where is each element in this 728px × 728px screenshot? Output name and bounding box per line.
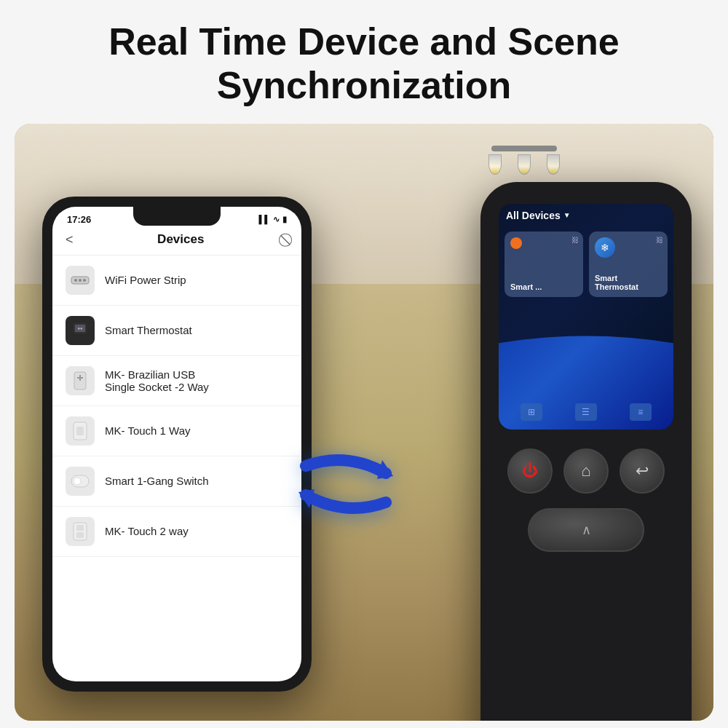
device-name-touch2: MK- Touch 2 way bbox=[105, 525, 189, 537]
device-name: WiFi Power Strip bbox=[105, 274, 186, 286]
svg-rect-11 bbox=[76, 427, 84, 435]
svg-rect-16 bbox=[76, 532, 84, 538]
device-name-socket: MK- Brazilian USBSingle Socket -2 Way bbox=[105, 368, 209, 393]
svg-point-1 bbox=[74, 279, 77, 282]
status-time: 17:26 bbox=[67, 214, 91, 225]
dpad-up[interactable]: ∧ bbox=[528, 508, 644, 552]
device-icon-socket bbox=[66, 366, 95, 395]
device-list: WiFi Power Strip ●● Smart Thermostat MK-… bbox=[52, 256, 301, 557]
svg-point-3 bbox=[83, 279, 86, 282]
list-item[interactable]: ●● Smart Thermostat bbox=[52, 306, 301, 356]
thermostat-icon: ❄ bbox=[595, 237, 615, 258]
phone-screen: 17:26 ▌▌ ∿ ▮ < Devices ⃠ WiFi bbox=[52, 207, 301, 681]
link-icon-2: ⛓ bbox=[656, 236, 663, 244]
grid-icon[interactable]: ⊞ bbox=[521, 403, 542, 421]
battery-icon: ▮ bbox=[282, 215, 287, 224]
link-icon-1: ⛓ bbox=[571, 236, 579, 244]
phone-device: 17:26 ▌▌ ∿ ▮ < Devices ⃠ WiFi bbox=[42, 197, 312, 692]
back-button[interactable]: < bbox=[66, 232, 74, 248]
device-name-thermostat: Smart Thermostat bbox=[105, 324, 192, 336]
signal-icon: ▌▌ bbox=[258, 215, 270, 223]
device-icon-touch2 bbox=[66, 517, 95, 546]
device-card-label-1: Smart ... bbox=[510, 282, 542, 291]
list-item[interactable]: MK- Brazilian USBSingle Socket -2 Way bbox=[52, 356, 301, 406]
all-devices-label: All Devices bbox=[506, 210, 561, 221]
nav-title: Devices bbox=[157, 232, 204, 247]
svg-text:●●: ●● bbox=[77, 326, 83, 331]
device-icon-wifi-strip bbox=[66, 266, 95, 295]
remote-screen-bottom-nav: ⊞ ☰ ≡ bbox=[505, 403, 668, 421]
remote-device: All Devices ▼ ⛓ Smart ... ⛓ ❄ Smart Ther… bbox=[480, 182, 692, 721]
device-card-label-2: Smart Thermostat bbox=[595, 274, 662, 291]
list-item[interactable]: MK- Touch 1 Way bbox=[52, 406, 301, 456]
menu-icon[interactable]: ≡ bbox=[630, 403, 652, 421]
svg-point-2 bbox=[79, 279, 82, 282]
sync-arrows bbox=[291, 444, 400, 539]
svg-point-13 bbox=[74, 478, 81, 485]
scene-container: 17:26 ▌▌ ∿ ▮ < Devices ⃠ WiFi bbox=[15, 124, 713, 721]
list-item[interactable]: WiFi Power Strip bbox=[52, 256, 301, 306]
device-icon-touch1 bbox=[66, 416, 95, 446]
remote-card-2[interactable]: ⛓ ❄ Smart Thermostat bbox=[589, 232, 668, 297]
back-button-remote[interactable]: ↩ bbox=[620, 448, 665, 494]
list-icon[interactable]: ☰ bbox=[575, 403, 597, 421]
dpad-up-icon: ∧ bbox=[582, 522, 591, 538]
svg-rect-15 bbox=[76, 525, 84, 531]
page-header: Real Time Device and Scene Synchronizati… bbox=[0, 0, 728, 124]
remote-hardware-buttons: ⏻ ⌂ ↩ bbox=[502, 448, 670, 494]
page-title: Real Time Device and Scene Synchronizati… bbox=[58, 20, 670, 108]
remote-card-1[interactable]: ⛓ Smart ... bbox=[505, 232, 583, 297]
dropdown-icon[interactable]: ▼ bbox=[563, 211, 571, 219]
status-icons: ▌▌ ∿ ▮ bbox=[258, 215, 287, 224]
remote-screen: All Devices ▼ ⛓ Smart ... ⛓ ❄ Smart Ther… bbox=[499, 204, 673, 430]
list-item[interactable]: MK- Touch 2 way bbox=[52, 507, 301, 557]
list-item[interactable]: Smart 1-Gang Switch bbox=[52, 456, 301, 507]
device-name-touch1: MK- Touch 1 Way bbox=[105, 424, 191, 437]
remote-device-cards: ⛓ Smart ... ⛓ ❄ Smart Thermostat bbox=[505, 232, 668, 297]
phone-nav-bar: < Devices ⃠ bbox=[52, 228, 301, 256]
phone-notch bbox=[133, 207, 221, 226]
device-icon-thermostat: ●● bbox=[66, 316, 95, 345]
device-icon-switch bbox=[66, 467, 95, 496]
device-dot-1 bbox=[510, 237, 522, 249]
remote-top-bar: All Devices ▼ bbox=[499, 204, 673, 227]
wifi-icon: ∿ bbox=[273, 215, 280, 224]
power-button[interactable]: ⏻ bbox=[507, 448, 553, 494]
device-name-switch: Smart 1-Gang Switch bbox=[105, 475, 209, 487]
home-button[interactable]: ⌂ bbox=[563, 448, 609, 494]
